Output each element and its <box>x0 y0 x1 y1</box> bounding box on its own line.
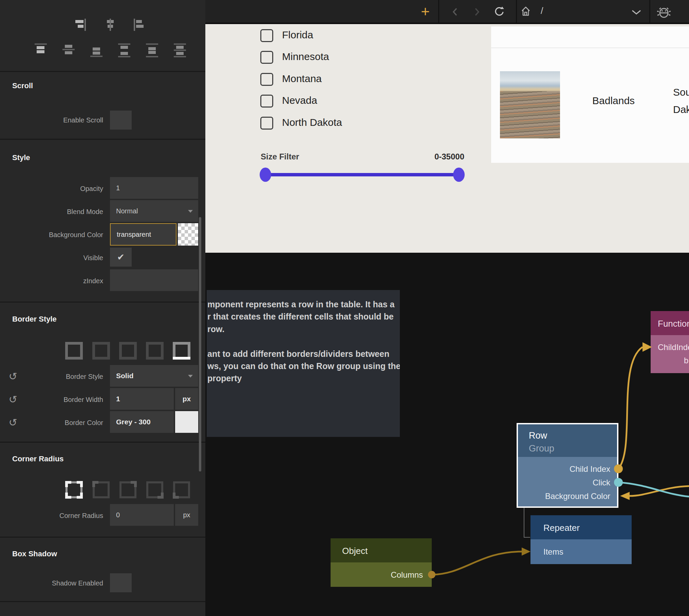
border-width-unit[interactable]: px <box>175 388 198 410</box>
home-icon[interactable] <box>521 6 531 17</box>
section-divider <box>0 601 205 602</box>
state-checkbox[interactable] <box>260 73 273 86</box>
justify-space-around-icon[interactable] <box>145 43 159 58</box>
sidebar-scrollbar[interactable] <box>199 217 201 471</box>
port-columns[interactable]: Columns <box>391 570 423 580</box>
corner-radius-unit[interactable]: px <box>175 504 198 526</box>
port-child-index[interactable]: Child Index <box>570 464 610 474</box>
corner-bottom-right-icon[interactable] <box>144 479 166 501</box>
justify-bottom-icon[interactable] <box>90 43 103 58</box>
size-filter-slider-track[interactable] <box>265 173 459 176</box>
wire-to-background-color <box>630 486 689 496</box>
state-checkbox[interactable] <box>260 29 273 42</box>
section-divider <box>0 139 205 140</box>
state-checkbox-label: Florida <box>282 29 313 41</box>
state-checkbox[interactable] <box>260 51 273 64</box>
border-color-swatch[interactable] <box>175 411 198 433</box>
border-bottom-icon-selected[interactable] <box>171 340 192 362</box>
justify-center-icon[interactable] <box>62 43 75 58</box>
table-header-divider <box>491 47 689 48</box>
debug-bug-icon[interactable] <box>656 4 672 20</box>
table-card: Badlands Sou Dak <box>491 26 689 163</box>
node-repeater-title: Repeater <box>543 523 580 533</box>
wire-columns-to-items <box>432 552 522 575</box>
properties-panel: Scroll Enable Scroll Style Opacity 1 Ble… <box>0 0 205 616</box>
size-filter-range: 0-35000 <box>396 152 464 161</box>
node-row-group[interactable]: Row Group Child Index Click Background C… <box>517 423 618 508</box>
opacity-input[interactable]: 1 <box>110 177 198 199</box>
justify-space-between-icon[interactable] <box>117 43 131 58</box>
badlands-photo <box>500 71 560 138</box>
state-checkbox[interactable] <box>260 95 273 108</box>
border-style-select[interactable]: Solid <box>110 365 198 387</box>
size-filter-label: Size Filter <box>261 152 299 161</box>
forward-icon[interactable] <box>474 7 480 16</box>
style-section-title: Style <box>12 153 30 162</box>
size-filter-handle-max[interactable] <box>453 168 465 182</box>
visible-label: Visible <box>0 254 103 262</box>
shadow-enabled-label: Shadow Enabled <box>0 579 103 587</box>
port-background-color[interactable]: Background Color <box>545 492 610 501</box>
align-left-icon[interactable] <box>131 17 147 33</box>
corner-bottom-left-icon[interactable] <box>171 479 192 501</box>
wire-childindex-to-function <box>618 347 643 469</box>
tooltip-text: mponent represents a row in the table. I… <box>207 298 400 385</box>
park-name-cell: Badlands <box>592 95 635 107</box>
border-all-sides-icon[interactable] <box>63 340 85 362</box>
add-page-button[interactable]: + <box>416 3 434 20</box>
breadcrumb-path: / <box>541 6 543 16</box>
chevron-down-icon <box>188 375 193 378</box>
node-repeater[interactable]: Repeater Items <box>530 515 632 564</box>
port-b-clipped[interactable]: b <box>684 356 688 365</box>
blend-mode-select[interactable]: Normal <box>110 200 198 222</box>
state-checkbox[interactable] <box>260 117 273 130</box>
opacity-label: Opacity <box>0 185 103 193</box>
zindex-input[interactable] <box>110 269 198 291</box>
toolbar-separator <box>516 0 517 23</box>
size-filter-handle-min[interactable] <box>260 168 271 182</box>
toolbar-separator <box>649 0 650 23</box>
port-childindex[interactable]: ChildInde <box>658 343 689 352</box>
corner-section-title: Corner Radius <box>12 455 64 463</box>
state-checkbox-label: Nevada <box>282 95 317 106</box>
border-left-icon[interactable] <box>144 340 166 362</box>
park-state-cell-line1: Sou <box>673 86 689 98</box>
chevron-down-icon[interactable] <box>631 9 641 15</box>
justify-distribute-icon[interactable] <box>173 43 187 58</box>
arrowhead-background-color <box>620 492 630 500</box>
park-state-cell-line2: Dak <box>673 104 689 115</box>
node-object[interactable]: Object Columns <box>331 538 432 587</box>
node-row-group-subtitle: Group <box>529 443 554 454</box>
background-color-swatch[interactable] <box>178 223 198 246</box>
node-function-title: Function <box>658 319 689 329</box>
zindex-label: zIndex <box>0 277 103 285</box>
enable-scroll-checkbox[interactable] <box>110 111 132 130</box>
corner-top-right-icon[interactable] <box>117 479 139 501</box>
border-top-icon[interactable] <box>90 340 112 362</box>
back-icon[interactable] <box>452 7 458 16</box>
port-items[interactable]: Items <box>543 547 563 557</box>
align-right-icon[interactable] <box>73 17 90 33</box>
corner-radius-input[interactable]: 0 <box>110 504 174 526</box>
node-function[interactable]: Function ChildInde b <box>651 311 689 373</box>
background-color-input[interactable]: transparent <box>110 223 176 246</box>
justify-top-icon[interactable] <box>34 43 48 58</box>
app-preview-canvas: Florida Minnesota Montana Nevada North D… <box>205 24 689 253</box>
section-divider <box>0 302 205 303</box>
corner-all-icon-selected[interactable] <box>63 479 85 501</box>
visible-checkbox[interactable]: ✔ <box>110 248 132 267</box>
shadow-enabled-checkbox[interactable] <box>110 573 132 592</box>
border-color-input[interactable]: Grey - 300 <box>110 411 174 433</box>
border-section-title: Border Style <box>12 315 57 324</box>
border-width-input[interactable]: 1 <box>110 388 174 410</box>
border-right-icon[interactable] <box>117 340 139 362</box>
node-graph-canvas[interactable]: mponent represents a row in the table. I… <box>205 253 689 616</box>
align-center-horizontal-icon[interactable] <box>102 17 118 33</box>
refresh-icon[interactable] <box>494 6 505 18</box>
port-click[interactable]: Click <box>593 478 610 487</box>
section-divider <box>0 537 205 538</box>
border-color-label: Border Color <box>0 419 103 427</box>
hierarchy-connector <box>524 508 530 537</box>
border-style-value: Solid <box>116 372 133 380</box>
corner-top-left-icon[interactable] <box>90 479 112 501</box>
